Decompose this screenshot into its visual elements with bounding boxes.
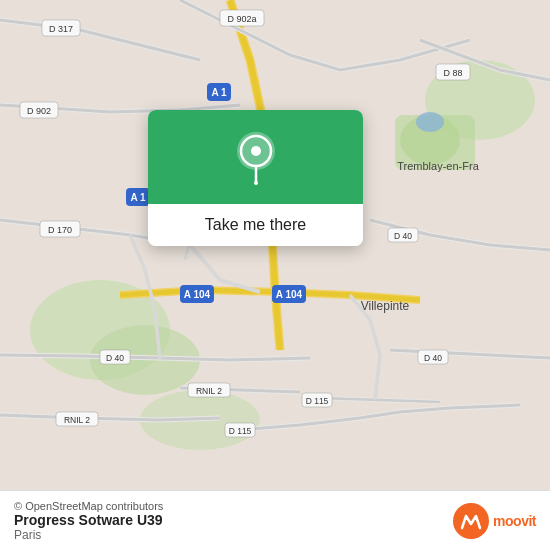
svg-text:A 104: A 104 bbox=[276, 289, 303, 300]
svg-point-44 bbox=[251, 146, 261, 156]
svg-text:RNIL 2: RNIL 2 bbox=[196, 386, 222, 396]
svg-text:D 40: D 40 bbox=[106, 353, 124, 363]
svg-text:D 317: D 317 bbox=[49, 24, 73, 34]
svg-point-7 bbox=[416, 112, 444, 132]
svg-text:D 902: D 902 bbox=[27, 106, 51, 116]
svg-text:D 902a: D 902a bbox=[227, 14, 256, 24]
take-me-there-button[interactable]: Take me there bbox=[148, 204, 363, 246]
svg-text:Villepinte: Villepinte bbox=[361, 299, 410, 313]
place-city: Paris bbox=[14, 528, 41, 542]
map-container: D 317 D 902a D 88 D 902 A 1 A 1 D 170 A … bbox=[0, 0, 550, 490]
svg-text:D 88: D 88 bbox=[443, 68, 462, 78]
svg-text:D 40: D 40 bbox=[424, 353, 442, 363]
location-pin-icon bbox=[234, 132, 278, 186]
moovit-text: moovit bbox=[493, 513, 536, 529]
copyright-text: © OpenStreetMap contributors bbox=[14, 500, 163, 512]
svg-text:A 1: A 1 bbox=[211, 87, 227, 98]
svg-text:D 40: D 40 bbox=[394, 231, 412, 241]
svg-text:D 170: D 170 bbox=[48, 225, 72, 235]
svg-text:Tremblay-en-Fra: Tremblay-en-Fra bbox=[397, 160, 479, 172]
popup-green-area bbox=[148, 110, 363, 204]
svg-text:D 115: D 115 bbox=[306, 396, 329, 406]
svg-text:RNIL 2: RNIL 2 bbox=[64, 415, 90, 425]
popup-card: Take me there bbox=[148, 110, 363, 246]
svg-text:D 115: D 115 bbox=[229, 426, 252, 436]
svg-text:A 104: A 104 bbox=[184, 289, 211, 300]
bottom-bar: © OpenStreetMap contributors Progress So… bbox=[0, 490, 550, 550]
place-info: © OpenStreetMap contributors Progress So… bbox=[14, 500, 163, 542]
svg-text:A 1: A 1 bbox=[130, 192, 146, 203]
place-name: Progress Sotware U39 bbox=[14, 512, 163, 528]
moovit-logo: moovit bbox=[453, 503, 536, 539]
moovit-icon bbox=[453, 503, 489, 539]
svg-point-45 bbox=[254, 181, 258, 185]
